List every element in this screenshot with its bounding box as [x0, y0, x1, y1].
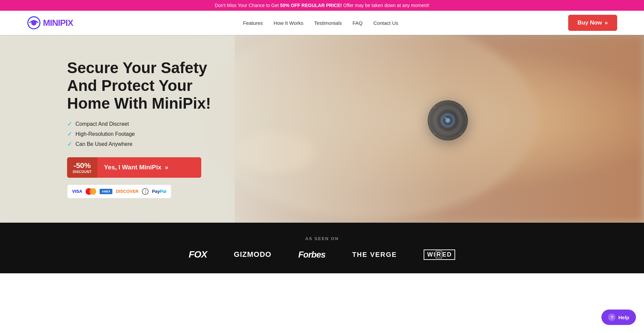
hero-content: Secure Your Safety And Protect Your Home… — [0, 59, 235, 199]
logo-text: MINIPIX — [43, 18, 73, 28]
discount-label-text: DISCOUNT — [73, 170, 92, 174]
header: MINIPIX Features How It Works Testimonia… — [0, 11, 644, 35]
banner-prefix: Don't Miss Your Chance to Get — [215, 3, 280, 8]
nav: Features How It Works Testimonials FAQ C… — [243, 20, 398, 26]
feature-label-2: High-Resolution Footage — [75, 131, 135, 137]
amex-icon: AMEX — [100, 189, 112, 194]
hero-section: Secure Your Safety And Protect Your Home… — [0, 35, 644, 223]
verge-logo: THE VERGE — [352, 251, 397, 259]
cta-arrow-icon: » — [165, 164, 168, 171]
discover-icon: DISCOVER — [116, 189, 139, 194]
media-logos: FOX GIZMODO Forbes THE VERGE WIRED — [7, 249, 637, 260]
check-icon-3: ✓ — [67, 141, 72, 148]
hero-title: Secure Your Safety And Protect Your Home… — [67, 59, 235, 112]
discount-badge: -50% DISCOUNT — [67, 157, 97, 178]
top-banner: Don't Miss Your Chance to Get 50% OFF RE… — [0, 0, 644, 11]
nav-testimonials[interactable]: Testimonials — [314, 20, 342, 26]
feature-label-3: Can Be Used Anywhere — [75, 141, 132, 147]
logo-icon — [27, 16, 41, 30]
diners-icon — [142, 188, 149, 195]
nav-contact-us[interactable]: Contact Us — [373, 20, 398, 26]
cta-container: -50% DISCOUNT Yes, I Want MiniPix » — [67, 157, 201, 178]
feature-list: ✓ Compact And Discreet ✓ High-Resolution… — [67, 120, 235, 148]
cta-label: Yes, I Want MiniPix — [104, 164, 161, 171]
as-seen-label: AS SEEN ON — [7, 236, 637, 241]
paypal-icon: PayPal — [152, 189, 166, 194]
mastercard-icon — [86, 188, 96, 195]
cta-button[interactable]: Yes, I Want MiniPix » — [97, 157, 201, 178]
payment-methods: VISA AMEX DISCOVER PayPal — [67, 184, 171, 199]
banner-highlight: 50% OFF REGULAR PRICE! — [280, 3, 342, 8]
check-icon-2: ✓ — [67, 130, 72, 138]
nav-how-it-works[interactable]: How It Works — [274, 20, 304, 26]
gizmodo-logo: GIZMODO — [234, 250, 271, 259]
feature-item-3: ✓ Can Be Used Anywhere — [67, 141, 235, 148]
visa-icon: VISA — [72, 189, 82, 194]
logo[interactable]: MINIPIX — [27, 16, 73, 30]
wired-logo: WIRED — [424, 249, 455, 260]
discount-percent: -50% — [73, 161, 91, 170]
fox-logo: FOX — [189, 249, 207, 260]
feature-item-2: ✓ High-Resolution Footage — [67, 130, 235, 138]
banner-suffix: Offer may be taken down at any moment! — [342, 3, 429, 8]
feature-item-1: ✓ Compact And Discreet — [67, 120, 235, 128]
nav-faq[interactable]: FAQ — [353, 20, 363, 26]
forbes-logo: Forbes — [298, 249, 325, 260]
chevron-right-icon: » — [605, 19, 608, 26]
check-icon-1: ✓ — [67, 120, 72, 128]
buy-now-button[interactable]: Buy Now » — [568, 15, 617, 31]
as-seen-on-section: AS SEEN ON FOX GIZMODO Forbes THE VERGE … — [0, 223, 644, 273]
feature-label-1: Compact And Discreet — [75, 121, 129, 127]
nav-features[interactable]: Features — [243, 20, 263, 26]
